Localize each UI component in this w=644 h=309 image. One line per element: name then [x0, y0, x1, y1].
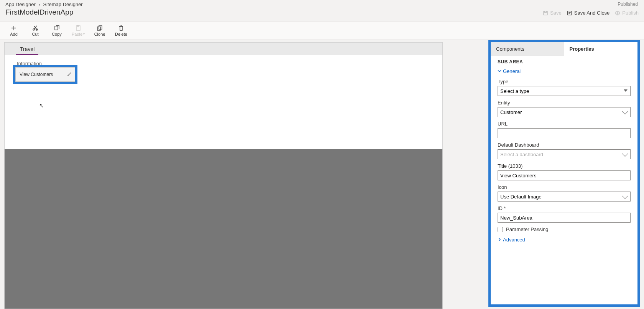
entity-select[interactable]: Customer [498, 107, 631, 117]
paste-button: Paste ▾ [70, 22, 87, 39]
delete-button[interactable]: Delete [113, 22, 130, 39]
copy-button[interactable]: Copy [48, 22, 65, 39]
delete-label: Delete [115, 32, 127, 36]
save-icon [543, 10, 548, 16]
canvas-area: Travel Information View Customers ↖ [0, 40, 488, 309]
save-close-label: Save And Close [574, 10, 610, 16]
param-passing-checkbox[interactable] [498, 227, 503, 232]
publish-icon [615, 10, 620, 16]
top-actions: Save Save And Close Publish [543, 10, 639, 16]
publish-status: Published [618, 2, 638, 7]
id-input[interactable] [498, 213, 631, 223]
title-label: Title (1033) [498, 163, 631, 169]
paste-label: Paste [72, 32, 82, 36]
subarea-tile[interactable]: View Customers [15, 67, 75, 82]
svg-rect-1 [545, 11, 547, 12]
advanced-label: Advanced [503, 237, 525, 243]
subarea-tile-label: View Customers [20, 72, 53, 77]
type-select[interactable]: Select a type [498, 86, 631, 96]
icon-select[interactable]: Use Default Image [498, 192, 631, 202]
breadcrumb: App Designer › Sitemap Designer [5, 2, 639, 7]
breadcrumb-current: Sitemap Designer [43, 2, 82, 7]
pencil-icon[interactable] [67, 72, 72, 78]
save-label: Save [550, 10, 562, 16]
section-title: SUB AREA [498, 59, 631, 64]
title-input[interactable] [498, 170, 631, 180]
tab-properties[interactable]: Properties [564, 42, 638, 56]
svg-rect-2 [568, 11, 572, 15]
save-button: Save [543, 10, 562, 16]
publish-button: Publish [615, 10, 639, 16]
dashboard-select[interactable]: Select a dashboard [498, 149, 631, 159]
chevron-right-icon [498, 237, 501, 243]
url-input[interactable] [498, 128, 631, 138]
cut-label: Cut [32, 32, 38, 36]
toolbar: Add Cut Copy Paste ▾ Clone Delete [0, 21, 644, 40]
clone-button[interactable]: Clone [91, 22, 108, 39]
svg-rect-0 [544, 11, 548, 15]
cut-button[interactable]: Cut [27, 22, 44, 39]
advanced-section-header[interactable]: Advanced [498, 237, 631, 243]
copy-label: Copy [52, 32, 62, 36]
entity-label: Entity [498, 100, 631, 106]
top-bar: App Designer › Sitemap Designer FirstMod… [0, 0, 644, 21]
type-label: Type [498, 79, 631, 84]
selected-subarea-highlight: View Customers [13, 65, 77, 84]
group-title[interactable]: Information [13, 61, 442, 66]
publish-label: Publish [622, 10, 639, 16]
id-label: ID * [498, 205, 631, 211]
add-label: Add [10, 32, 18, 36]
svg-rect-6 [55, 26, 58, 30]
add-button[interactable]: Add [5, 22, 22, 39]
param-passing-label: Parameter Passing [506, 226, 549, 232]
clone-label: Clone [94, 32, 105, 36]
dashboard-label: Default Dashboard [498, 142, 631, 148]
general-section-header[interactable]: General [498, 68, 631, 74]
breadcrumb-parent[interactable]: App Designer [5, 2, 36, 7]
tab-components[interactable]: Components [491, 42, 564, 56]
icon-label: Icon [498, 184, 631, 190]
url-label: URL [498, 121, 631, 127]
properties-panel: Components Properties SUB AREA General T… [488, 40, 640, 307]
chevron-down-icon: ▾ [83, 32, 85, 36]
area-tab-travel[interactable]: Travel [16, 44, 38, 55]
breadcrumb-separator: › [38, 2, 40, 7]
save-and-close-button[interactable]: Save And Close [567, 10, 610, 16]
save-close-icon [567, 10, 572, 16]
general-label: General [503, 68, 521, 74]
chevron-down-icon [498, 68, 501, 74]
